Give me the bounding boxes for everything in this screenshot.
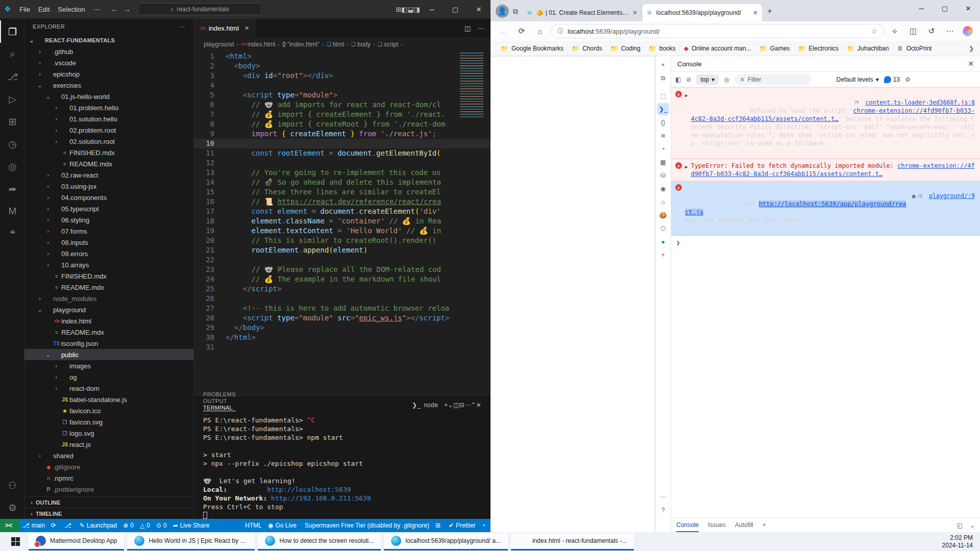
tree-item[interactable]: ≡ FINISHED.mdx [24, 270, 193, 282]
messages-count[interactable]: 13 [884, 76, 900, 83]
taskbar-app[interactable]: index.html - react-fundamentals -... [511, 533, 634, 550]
more-tools-icon[interactable]: ⋯ [657, 491, 669, 503]
workspaces-icon[interactable]: ⧉ [513, 7, 518, 16]
settings-gear-icon[interactable]: ⚙ [0, 496, 24, 519]
tree-item[interactable]: ⌄ REACT-FUNDAMENTALS [24, 35, 193, 46]
breadcrumb-item[interactable]: script [384, 41, 399, 48]
browser-tab[interactable]: ⚛ 🫵 | 01. Create React Elements | 0 ✕ [522, 4, 642, 21]
tree-item[interactable]: JS babel-standalone.js [24, 394, 193, 405]
copy-icon[interactable]: ❐ [918, 192, 922, 201]
maximize-button[interactable]: ▢ [933, 0, 957, 16]
tree-item[interactable]: › 02.solution.root [24, 136, 193, 147]
memory-icon[interactable]: ▦ [657, 156, 669, 168]
taskbar-app[interactable]: localhost:5639/app/playground/ a... [384, 533, 508, 550]
status-item[interactable]: Supermaven Free Tier (disabled by .gitig… [300, 519, 432, 532]
status-item[interactable]: ⟳ [48, 519, 61, 532]
clear-console-icon[interactable]: ⊘ [686, 76, 691, 83]
tree-item[interactable]: ≡ README.mdx [24, 158, 193, 169]
maximize-button[interactable]: ▢ [444, 0, 467, 18]
essentials-icon[interactable]: ⟡ [887, 27, 902, 36]
console-error-message[interactable]: ✕ ▶ content.ts-loader-3ed3668f.js:8❐ Ref… [671, 87, 980, 159]
status-item[interactable]: ◔ [479, 519, 491, 532]
code-editor[interactable]: 1 <html> 2 <body> 3 <div id= [194, 51, 491, 395]
tree-item[interactable]: <> index.html [24, 315, 193, 327]
tree-item[interactable]: ≡ FINISHED.mdx [24, 147, 193, 158]
tree-item[interactable]: ≡ README.mdx [24, 282, 193, 293]
taskbar-app[interactable]: Hello World in JS | Epic React by K... [127, 533, 255, 550]
breadcrumb-item[interactable]: playground [204, 41, 234, 48]
toolbar-more-icon[interactable]: ⋯ [942, 27, 958, 36]
tree-item[interactable]: › 06.styling [24, 214, 193, 226]
status-item[interactable]: ⊙ 0 [153, 519, 170, 532]
add-terminal-icon[interactable]: + [444, 402, 448, 409]
expand-arrow-icon[interactable]: ▶ [685, 91, 688, 99]
bookmark-item[interactable]: 📁 Juhachiban [843, 43, 893, 54]
browser-tab[interactable]: ⚛ localhost:5639/app/playground/ ✕ [642, 4, 762, 21]
status-item[interactable]: >< [0, 519, 19, 532]
tree-item[interactable]: › 04.components [24, 192, 193, 203]
dock-layout-icon[interactable]: ◱ [957, 522, 963, 529]
drawer-tab[interactable]: + [763, 518, 766, 532]
address-bar[interactable]: ⓘ localhost:5639/app/playground/ ☆ [551, 24, 884, 38]
expand-arrow-icon[interactable]: ▶ [685, 163, 688, 171]
tree-item[interactable]: › 05.typescript [24, 203, 193, 214]
drawer-tab[interactable]: Issues [708, 518, 726, 532]
request-details-icon[interactable]: ◍ [912, 192, 916, 201]
status-item[interactable]: ⊞ [432, 519, 446, 532]
close-button[interactable]: ✕ [467, 0, 491, 18]
panel-close-icon[interactable]: ✕ [476, 402, 481, 409]
drawer-tab[interactable]: Console [676, 518, 699, 532]
status-item[interactable]: ➦ Live Share [170, 519, 212, 532]
terminal-shell-selector[interactable]: ❯_ node [412, 402, 438, 409]
console-sidebar-icon[interactable]: ◧ [675, 76, 681, 83]
security-icon[interactable]: ◉ [657, 183, 669, 195]
eye-icon[interactable]: ◎ [724, 76, 729, 83]
status-item[interactable]: HTML [240, 519, 265, 532]
source-link[interactable]: playground/:9 [929, 192, 975, 200]
status-item[interactable]: ✔ Prettier [446, 519, 479, 532]
recorder-icon[interactable]: ● [657, 236, 669, 248]
device-toolbar-icon[interactable]: ⧉ [657, 72, 669, 84]
explorer-more-icon[interactable]: ⋯ [180, 23, 185, 30]
tab-close-icon[interactable]: ✕ [244, 25, 249, 32]
context-selector[interactable]: top ▾ [696, 74, 719, 85]
tree-item[interactable]: JS react.js [24, 439, 193, 450]
new-tab-button[interactable]: + [767, 6, 772, 16]
minimap[interactable] [460, 53, 483, 118]
taskbar-app[interactable]: Mattermost Desktop App [29, 533, 124, 550]
bookmark-item[interactable]: 📁 books [645, 43, 680, 54]
bookmark-item[interactable]: 🗎 OctoPrint [893, 43, 936, 54]
bookmark-item[interactable]: 📁 Google Bookmarks [497, 43, 568, 54]
cookie-icon[interactable]: 🍪 [657, 209, 669, 221]
history-back-icon[interactable]: ← [111, 5, 118, 13]
bookmark-item[interactable]: 📁 Games [755, 43, 794, 54]
application-icon[interactable]: ⛁ [657, 169, 669, 182]
toggle-panel-icon[interactable]: ⬓ [407, 6, 413, 13]
panel-more-icon[interactable]: ⋯ [464, 402, 471, 409]
status-item[interactable]: ✎ Launchpad [77, 519, 120, 532]
bookmark-item[interactable]: 📁 Coding [606, 43, 645, 54]
tree-item[interactable]: › node_modules [24, 293, 193, 304]
console-error-message[interactable]: ✕ ▶ TypeError: Failed to fetch dynamical… [671, 159, 980, 181]
close-button[interactable]: ✕ [957, 0, 980, 16]
bookmark-item[interactable]: 📁 Chords [568, 43, 606, 54]
tree-item[interactable]: ⌄ exercises [24, 80, 193, 91]
search-icon[interactable]: ⌕ [0, 43, 24, 65]
inspect-icon[interactable]: ⌖ [657, 59, 669, 71]
panel-maximize-icon[interactable]: ⌃ [471, 402, 476, 409]
breadcrumb-item[interactable]: body [357, 41, 371, 48]
panel-tab[interactable]: TERMINAL [203, 405, 236, 411]
panel-tab[interactable]: OUTPUT [203, 398, 236, 405]
tree-item[interactable]: ≡ README.mdx [24, 327, 193, 338]
tree-item[interactable]: › .vscode [24, 57, 193, 68]
source-control-icon[interactable]: ⎇ [0, 65, 24, 88]
menu-item[interactable]: File [15, 6, 34, 13]
run-debug-icon[interactable]: ▷ [0, 88, 24, 110]
minimize-button[interactable]: ─ [910, 0, 933, 16]
console-network-error-message[interactable]: ✕ playground/:9◍❐ GET http://localhost:5… [671, 181, 980, 236]
status-item[interactable]: ⎇ main [19, 519, 48, 532]
status-item[interactable]: ⊗ 0 [120, 519, 137, 532]
log-levels-selector[interactable]: Default levels ▾ [837, 76, 879, 83]
console-filter-input[interactable]: ≡ Filter [734, 74, 811, 85]
tree-item[interactable]: › images [24, 360, 193, 371]
